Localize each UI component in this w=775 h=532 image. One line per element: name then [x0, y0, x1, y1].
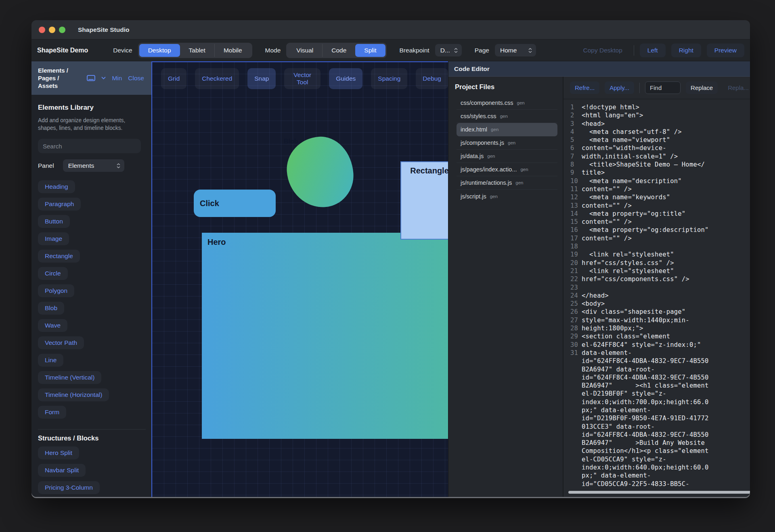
- code-text: content="" />: [582, 185, 632, 193]
- generated-badge: gen: [508, 140, 515, 145]
- page-value: Home: [500, 47, 517, 54]
- canvas-tool-button[interactable]: Checkered: [195, 68, 239, 89]
- blob-shape[interactable]: [285, 134, 356, 209]
- code-text: el-CD05CCA9" style="z-: [582, 455, 666, 463]
- chevron-up-down-icon: [528, 48, 532, 53]
- canvas-tool-button[interactable]: Debug: [416, 68, 448, 89]
- canvas-tool-button[interactable]: Guides: [329, 68, 362, 89]
- element-item-button[interactable]: Polygon: [38, 284, 74, 297]
- copy-desktop-button[interactable]: Copy Desktop: [577, 44, 628, 57]
- line-number: 20: [563, 259, 582, 267]
- file-row[interactable]: js/components.js gen: [457, 136, 557, 150]
- rectangle-shape[interactable]: Rectangle: [400, 161, 448, 240]
- file-row[interactable]: css/styles.css gen: [457, 110, 557, 123]
- hero-shape[interactable]: Hero: [202, 233, 448, 439]
- mode-option-button[interactable]: Code: [322, 44, 355, 57]
- code-editor-column: Refre... Apply... Replace Repla... 1 <!d…: [563, 77, 750, 497]
- file-row[interactable]: index.html gen: [457, 123, 557, 136]
- apply-button[interactable]: Apply...: [605, 81, 634, 94]
- line-number: [563, 455, 582, 463]
- minimize-panel-button[interactable]: Min: [112, 75, 122, 82]
- refresh-button[interactable]: Refre...: [570, 81, 599, 94]
- canvas-tool-button[interactable]: Grid: [161, 68, 186, 89]
- close-window-button[interactable]: [39, 27, 45, 33]
- button-shape[interactable]: Click: [194, 190, 276, 217]
- element-item-button[interactable]: Paragraph: [38, 198, 81, 211]
- line-number: 8: [563, 161, 582, 169]
- line-number: [563, 365, 582, 373]
- device-option-button[interactable]: Tablet: [180, 44, 214, 57]
- search-input[interactable]: [38, 139, 141, 153]
- element-item-button[interactable]: Line: [38, 354, 63, 367]
- file-row[interactable]: js/script.js gen: [457, 190, 557, 203]
- structure-item-button[interactable]: Navbar Split: [38, 464, 86, 477]
- element-item-button[interactable]: Form: [38, 406, 66, 419]
- structure-item-button[interactable]: Pricing 3-Column: [38, 481, 100, 494]
- chevron-down-icon[interactable]: [101, 77, 106, 79]
- element-item-button[interactable]: Blob: [38, 302, 64, 315]
- line-number: [563, 357, 582, 365]
- preview-button[interactable]: Preview: [707, 44, 744, 57]
- generated-badge: gen: [520, 167, 528, 172]
- device-option-button[interactable]: Mobile: [214, 44, 251, 57]
- element-item-button[interactable]: Heading: [38, 180, 75, 193]
- design-canvas[interactable]: GridCheckeredSnapVector ToolGuidesSpacin…: [151, 61, 448, 497]
- page-select[interactable]: Home: [495, 44, 536, 56]
- element-item-button[interactable]: Button: [38, 215, 70, 228]
- code-line: 3 <head>: [563, 120, 750, 128]
- element-item-button[interactable]: Circle: [38, 267, 68, 280]
- code-editor-textarea[interactable]: 1 <!doctype html> 2 <html lang="en"> 3: [563, 99, 750, 497]
- line-number: 16: [563, 226, 582, 234]
- close-panel-button[interactable]: Close: [128, 75, 144, 82]
- line-number: [563, 463, 582, 471]
- replace-all-button[interactable]: Repla...: [723, 81, 750, 94]
- mode-option-button[interactable]: Visual: [287, 44, 322, 57]
- panel-select[interactable]: Elements: [63, 159, 124, 172]
- panel-icon[interactable]: [87, 75, 95, 81]
- right-panel-button[interactable]: Right: [671, 44, 701, 57]
- canvas-tool-button[interactable]: Vector Tool: [284, 68, 320, 89]
- code-line: 22 href="css/components.css" />: [563, 275, 750, 283]
- horizontal-scrollbar[interactable]: [568, 491, 750, 494]
- file-name: index.html: [461, 126, 487, 133]
- element-item-button[interactable]: Wave: [38, 319, 67, 332]
- left-panel-button[interactable]: Left: [640, 44, 666, 57]
- code-text: height:1800px;">: [582, 324, 643, 332]
- element-item-button[interactable]: Timeline (Horizontal): [38, 388, 109, 401]
- code-text: <meta charset="utf-8" />: [582, 128, 682, 136]
- line-number: 1: [563, 103, 582, 111]
- code-text: id="624FF8C4-4DBA-4832-9EC7-4B550: [582, 431, 709, 439]
- canvas-tool-button[interactable]: Snap: [247, 68, 276, 89]
- structure-item-button[interactable]: Hero Split: [38, 446, 79, 459]
- file-name: css/components.css: [461, 100, 513, 106]
- generated-badge: gen: [517, 100, 525, 105]
- file-row[interactable]: js/runtime/actions.js gen: [457, 176, 557, 190]
- project-files-title: Project Files: [455, 83, 557, 91]
- element-item-button[interactable]: Vector Path: [38, 336, 84, 349]
- line-number: 10: [563, 177, 582, 185]
- find-input[interactable]: [645, 81, 681, 94]
- code-text: <section class="element: [582, 332, 670, 340]
- code-editor-panel: Code Editor Project Files css/components…: [448, 61, 750, 497]
- zoom-window-button[interactable]: [59, 27, 65, 33]
- file-row[interactable]: css/components.css gen: [457, 96, 557, 110]
- line-number: [563, 390, 582, 398]
- minimize-window-button[interactable]: [49, 27, 55, 33]
- code-text: <div class="shapesite-page": [582, 308, 685, 316]
- line-number: 15: [563, 218, 582, 226]
- mode-option-button[interactable]: Split: [355, 44, 385, 57]
- code-text: el-624FF8C4" style="z-index:0;": [582, 341, 701, 349]
- elements-list: HeadingParagraphButtonImageRectangleCirc…: [38, 176, 146, 423]
- code-line: 14 <meta property="og:title": [563, 210, 750, 218]
- file-row[interactable]: js/pages/index.actio... gen: [457, 163, 557, 176]
- device-option-button[interactable]: Desktop: [139, 44, 180, 57]
- sidebar-header: Elements / Pages / Assets Min Close: [31, 61, 151, 95]
- element-item-button[interactable]: Rectangle: [38, 250, 80, 263]
- canvas-tool-button[interactable]: Spacing: [371, 68, 407, 89]
- editor-toolbar-divider: [639, 83, 640, 93]
- breakpoint-select[interactable]: D...: [435, 44, 462, 56]
- element-item-button[interactable]: Image: [38, 232, 69, 245]
- element-item-button[interactable]: Timeline (Vertical): [38, 371, 101, 384]
- replace-button[interactable]: Replace: [686, 81, 718, 94]
- file-row[interactable]: js/data.js gen: [457, 150, 557, 163]
